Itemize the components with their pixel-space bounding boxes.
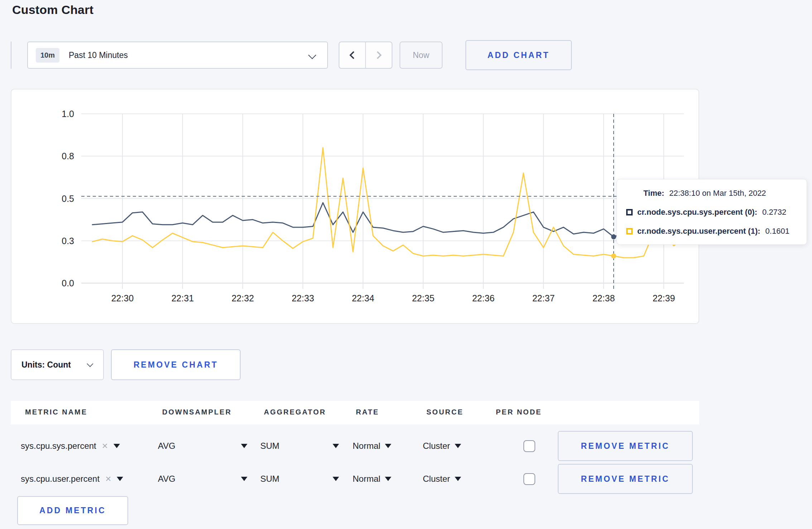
remove-metric-button[interactable]: REMOVE METRIC bbox=[558, 464, 693, 494]
caret-down-icon bbox=[455, 444, 461, 448]
clear-metric-icon[interactable]: × bbox=[105, 474, 111, 484]
metric-name-select[interactable]: sys.cpu.user.percent × bbox=[21, 464, 123, 494]
per-node-cell bbox=[523, 464, 535, 494]
tooltip-user-value: 0.1601 bbox=[765, 227, 789, 236]
y-tick-label: 0.0 bbox=[62, 278, 74, 288]
page-title: Custom Chart bbox=[12, 3, 93, 17]
aggregator-value: SUM bbox=[260, 441, 279, 451]
x-tick-label: 22:30 bbox=[111, 293, 134, 303]
downsampler-value: AVG bbox=[158, 474, 175, 484]
x-tick-label: 22:35 bbox=[412, 293, 435, 303]
x-tick-label: 22:36 bbox=[472, 293, 495, 303]
clear-metric-icon[interactable]: × bbox=[102, 441, 108, 451]
caret-down-icon bbox=[385, 477, 391, 481]
column-header-source: SOURCE bbox=[426, 408, 464, 416]
tooltip-time-label: Time: bbox=[643, 189, 664, 198]
user-series-swatch-icon bbox=[626, 228, 633, 234]
source-value: Cluster bbox=[423, 474, 450, 484]
chart-card: 1.00.80.50.30.022:3022:3122:3222:3322:34… bbox=[11, 89, 699, 324]
chevron-left-icon bbox=[349, 51, 358, 59]
time-pager bbox=[339, 42, 392, 69]
caret-down-icon bbox=[113, 444, 120, 448]
x-tick-label: 22:31 bbox=[171, 293, 194, 303]
source-select[interactable]: Cluster bbox=[423, 464, 461, 494]
x-tick-label: 22:34 bbox=[352, 293, 374, 303]
metric-row-user: sys.cpu.user.percent × AVG SUM Normal Cl… bbox=[11, 464, 699, 494]
column-header-metric-name: METRIC NAME bbox=[25, 408, 87, 416]
x-tick-label: 22:32 bbox=[232, 293, 254, 303]
caret-down-icon bbox=[333, 444, 339, 448]
now-button-label: Now bbox=[413, 50, 429, 60]
add-chart-button[interactable]: ADD CHART bbox=[465, 40, 572, 70]
aggregator-select[interactable]: SUM bbox=[260, 431, 339, 461]
chevron-down-icon bbox=[87, 360, 93, 367]
aggregator-value: SUM bbox=[260, 474, 279, 484]
caret-down-icon bbox=[241, 477, 247, 481]
tooltip-user-label: cr.node.sys.cpu.user.percent (1): bbox=[637, 227, 760, 236]
downsampler-value: AVG bbox=[158, 441, 175, 451]
chevron-down-icon bbox=[308, 51, 316, 59]
downsampler-select[interactable]: AVG bbox=[158, 431, 247, 461]
metric-row-sys: sys.cpu.sys.percent × AVG SUM Normal Clu… bbox=[11, 431, 699, 461]
next-time-button[interactable] bbox=[365, 42, 392, 68]
y-tick-label: 1.0 bbox=[62, 109, 74, 119]
column-header-downsampler: DOWNSAMPLER bbox=[162, 408, 232, 416]
toolbar-divider bbox=[11, 42, 11, 69]
remove-metric-label: REMOVE METRIC bbox=[581, 441, 670, 451]
column-header-rate: RATE bbox=[356, 408, 379, 416]
y-tick-label: 0.8 bbox=[62, 151, 74, 161]
per-node-checkbox[interactable] bbox=[523, 440, 535, 452]
y-tick-label: 0.5 bbox=[62, 194, 74, 204]
metric-name-select[interactable]: sys.cpu.sys.percent × bbox=[21, 431, 120, 461]
rate-select[interactable]: Normal bbox=[353, 431, 391, 461]
per-node-cell bbox=[523, 431, 535, 461]
cpu-usage-chart[interactable]: 1.00.80.50.30.022:3022:3122:3222:3322:34… bbox=[11, 89, 699, 323]
time-range-badge: 10m bbox=[36, 48, 59, 63]
remove-chart-label: REMOVE CHART bbox=[134, 360, 218, 370]
hover-dot bbox=[611, 253, 616, 258]
prev-time-button[interactable] bbox=[339, 42, 365, 68]
per-node-checkbox[interactable] bbox=[523, 473, 535, 485]
caret-down-icon bbox=[117, 477, 123, 481]
units-select[interactable]: Units: Count bbox=[11, 349, 104, 380]
x-tick-label: 22:33 bbox=[292, 293, 314, 303]
downsampler-select[interactable]: AVG bbox=[158, 464, 247, 494]
column-header-per-node: PER NODE bbox=[496, 408, 542, 416]
remove-metric-label: REMOVE METRIC bbox=[581, 474, 670, 484]
series-line bbox=[92, 148, 684, 258]
remove-metric-button[interactable]: REMOVE METRIC bbox=[558, 431, 693, 461]
caret-down-icon bbox=[241, 444, 247, 448]
remove-chart-button[interactable]: REMOVE CHART bbox=[111, 349, 241, 380]
rate-value: Normal bbox=[353, 441, 380, 451]
time-range-label: Past 10 Minutes bbox=[69, 50, 128, 60]
x-tick-label: 22:39 bbox=[653, 293, 675, 303]
time-range-select[interactable]: 10m Past 10 Minutes bbox=[27, 42, 328, 69]
tooltip-sys-label: cr.node.sys.cpu.sys.percent (0): bbox=[637, 208, 757, 217]
metric-name-value: sys.cpu.sys.percent bbox=[21, 441, 96, 451]
rate-value: Normal bbox=[353, 474, 380, 484]
metric-name-value: sys.cpu.user.percent bbox=[21, 474, 100, 484]
units-select-label: Units: Count bbox=[21, 360, 71, 370]
tooltip-time-value: 22:38:10 on Mar 15th, 2022 bbox=[669, 189, 766, 198]
series-line bbox=[92, 203, 684, 237]
now-button[interactable]: Now bbox=[400, 42, 443, 69]
add-metric-button[interactable]: ADD METRIC bbox=[17, 496, 128, 525]
add-chart-label: ADD CHART bbox=[488, 50, 550, 60]
metrics-table-header: METRIC NAME DOWNSAMPLER AGGREGATOR RATE … bbox=[11, 401, 699, 424]
hover-dot bbox=[611, 234, 616, 239]
add-metric-label: ADD METRIC bbox=[39, 506, 106, 515]
tooltip-sys-value: 0.2732 bbox=[762, 208, 786, 217]
source-select[interactable]: Cluster bbox=[423, 431, 461, 461]
caret-down-icon bbox=[333, 477, 339, 481]
x-tick-label: 22:38 bbox=[593, 293, 615, 303]
chevron-right-icon bbox=[374, 51, 382, 59]
rate-select[interactable]: Normal bbox=[353, 464, 391, 494]
y-tick-label: 0.3 bbox=[62, 236, 74, 246]
caret-down-icon bbox=[385, 444, 391, 448]
column-header-aggregator: AGGREGATOR bbox=[264, 408, 326, 416]
x-tick-label: 22:37 bbox=[532, 293, 555, 303]
aggregator-select[interactable]: SUM bbox=[260, 464, 339, 494]
chart-tooltip: Time: 22:38:10 on Mar 15th, 2022 cr.node… bbox=[617, 179, 807, 245]
source-value: Cluster bbox=[423, 441, 450, 451]
caret-down-icon bbox=[455, 477, 461, 481]
